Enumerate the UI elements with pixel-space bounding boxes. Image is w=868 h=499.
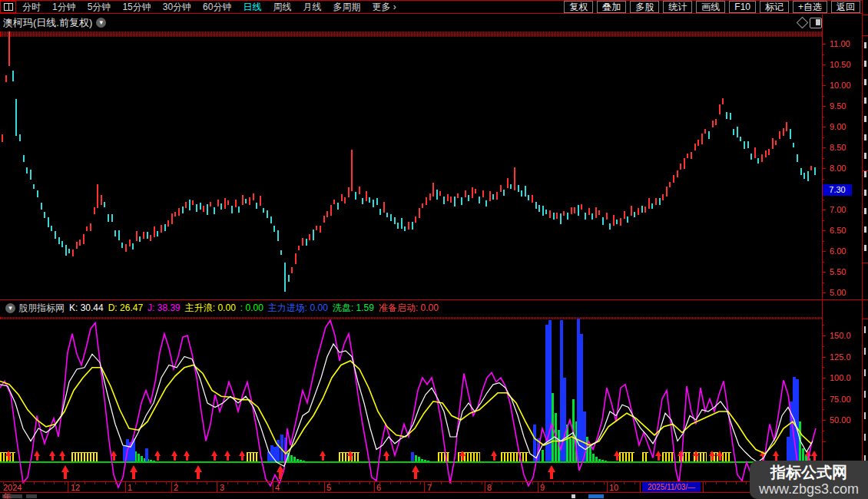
axis-tick: [822, 210, 826, 210]
candle: [627, 216, 628, 223]
multi-stock-button[interactable]: 多股: [630, 1, 659, 13]
month-separator: [703, 481, 704, 492]
period-more[interactable]: 更多 ›: [372, 1, 396, 14]
candle: [147, 232, 148, 239]
green-volume-bar: [589, 447, 591, 462]
candle: [37, 190, 38, 198]
candle: [214, 207, 215, 215]
candle: [139, 236, 141, 241]
candle: [249, 197, 250, 205]
date-minor-tick: [34, 481, 35, 484]
period-5min[interactable]: 5分钟: [88, 1, 111, 14]
date-minor-tick: [390, 481, 391, 484]
candle: [631, 206, 632, 216]
clipped-sidebar-fragment: [864, 61, 866, 67]
candle: [376, 198, 378, 205]
axis-tick: [822, 388, 824, 389]
blue-volume-bar: [277, 440, 280, 462]
candle: [5, 75, 7, 82]
clipped-sidebar-fragment: [864, 97, 866, 104]
period-day[interactable]: 日线: [243, 1, 261, 14]
axis-tick: [822, 409, 824, 410]
candle: [330, 205, 332, 216]
candle: [369, 197, 370, 202]
mark-button[interactable]: 标记: [760, 1, 789, 13]
candlestick-chart[interactable]: [0, 31, 822, 298]
period-15min[interactable]: 15分钟: [122, 1, 151, 14]
buy-signal-arrow: [614, 451, 620, 456]
indicator-header: ▾ 股朋指标网 K: 30.44D: 26.47J: 38.39主升浪: 0.0…: [2, 301, 443, 315]
axis-tick: [822, 117, 824, 117]
buy-signal-arrow: [347, 451, 353, 456]
axis-tick: [822, 55, 824, 55]
period-intraday[interactable]: 分时: [22, 1, 41, 14]
candle: [348, 187, 350, 198]
candle: [793, 143, 794, 147]
candle: [167, 220, 169, 226]
indicator-value-主升浪: 主升浪: 0.00: [185, 302, 236, 315]
month-separator: [273, 481, 273, 492]
candle: [786, 122, 787, 132]
back-button[interactable]: 返回: [831, 1, 860, 13]
date-minor-tick: [298, 481, 299, 484]
candle: [263, 208, 264, 213]
axis-tick: [822, 158, 824, 159]
candle: [673, 175, 674, 183]
blue-volume-bar: [548, 320, 552, 462]
candle: [545, 210, 547, 214]
candle: [737, 127, 738, 137]
clipped-sidebar-fragment: [864, 348, 866, 355]
candle: [489, 191, 491, 202]
candle: [220, 203, 222, 210]
blue-volume-bar: [284, 438, 287, 462]
indicator-axis-label: 125.0: [830, 352, 851, 362]
add-watchlist-button[interactable]: +自选: [793, 1, 827, 13]
period-60min[interactable]: 60分钟: [203, 1, 231, 14]
period-week[interactable]: 周线: [273, 1, 291, 14]
indicator-collapse-icon[interactable]: ▾: [5, 303, 15, 313]
candle: [803, 173, 805, 179]
adjust-rights-button[interactable]: 复权: [564, 1, 593, 13]
candle: [390, 214, 392, 222]
candle: [164, 224, 166, 231]
indicator-axis-label: 50.00: [830, 415, 851, 425]
overlay-button[interactable]: 叠加: [597, 1, 626, 13]
candle: [412, 222, 413, 229]
period-1min[interactable]: 1分钟: [52, 1, 76, 14]
date-minor-tick: [604, 481, 605, 484]
date-minor-tick: [197, 481, 197, 484]
indicator-axis-label: 75.00: [830, 395, 851, 404]
f10-button[interactable]: F10: [729, 1, 756, 13]
candle: [270, 216, 272, 223]
buy-signal-arrow: [717, 451, 723, 456]
candle: [2, 134, 3, 142]
buy-signal-arrow: [693, 451, 699, 456]
draw-line-button[interactable]: 画线: [696, 1, 725, 13]
candle: [503, 190, 505, 196]
sidebar-section-divider: [863, 35, 868, 36]
candle: [588, 208, 590, 215]
indicator-chart[interactable]: [0, 317, 822, 481]
axis-tick: [822, 85, 826, 86]
month-separator: [424, 481, 425, 492]
clipped-sidebar-fragment: [864, 79, 866, 85]
toolbar-right-buttons: 复权叠加多股统计画线F10标记+自选返回: [560, 1, 860, 13]
date-minor-tick: [736, 481, 737, 484]
statistics-button[interactable]: 统计: [663, 1, 692, 13]
period-month[interactable]: 月线: [303, 1, 321, 14]
candle: [33, 184, 35, 189]
candle: [207, 204, 208, 215]
title-dropdown-icon[interactable]: ▾: [96, 18, 106, 28]
clipped-sidebar-fragment: [864, 412, 866, 419]
candle: [783, 128, 784, 135]
candle: [341, 194, 343, 201]
period-multi[interactable]: 多周期: [333, 1, 360, 14]
period-30min[interactable]: 30分钟: [163, 1, 191, 14]
window-split-icon[interactable]: [0, 1, 16, 13]
month-separator: [125, 481, 126, 492]
buy-signal-arrow: [773, 451, 779, 456]
candle: [83, 234, 84, 245]
clipped-sidebar-fragment: [864, 153, 866, 159]
candle: [114, 230, 116, 236]
candle: [379, 209, 381, 215]
